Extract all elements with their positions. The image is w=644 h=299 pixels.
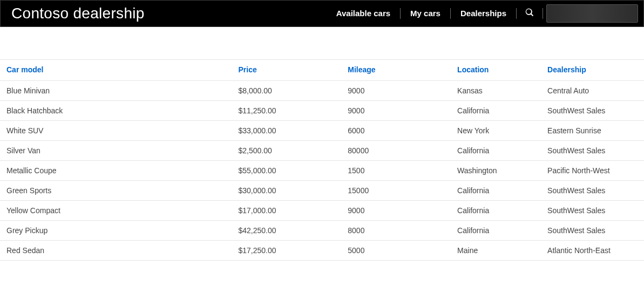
cell-mileage: 80000 (341, 141, 451, 161)
col-header-price[interactable]: Price (232, 60, 341, 81)
cell-price: $2,500.00 (232, 141, 341, 161)
cell-dealership: Atlantic North-East (541, 241, 644, 261)
cell-location: New York (451, 121, 541, 141)
cell-price: $17,000.00 (232, 201, 341, 221)
cell-price: $11,250.00 (232, 101, 341, 121)
table-row[interactable]: Yellow Compact$17,000.009000CaliforniaSo… (0, 201, 644, 221)
table-row[interactable]: Red Sedan$17,250.005000MaineAtlantic Nor… (0, 241, 644, 261)
cell-model: Blue Minivan (0, 81, 232, 101)
cell-location: Maine (451, 241, 541, 261)
cell-dealership: SouthWest Sales (541, 221, 644, 241)
cars-table: Car model Price Mileage Location Dealers… (0, 59, 644, 261)
cell-model: Yellow Compact (0, 201, 232, 221)
table-row[interactable]: Green Sports$30,000.0015000CaliforniaSou… (0, 181, 644, 201)
nav-dealerships[interactable]: Dealerships (451, 8, 516, 19)
col-header-location[interactable]: Location (451, 60, 541, 81)
cell-model: Black Hatchback (0, 101, 232, 121)
cell-price: $55,000.00 (232, 161, 341, 181)
cell-model: Silver Van (0, 141, 232, 161)
cell-model: White SUV (0, 121, 232, 141)
cell-price: $8,000.00 (232, 81, 341, 101)
cell-location: Washington (451, 161, 541, 181)
cell-mileage: 9000 (341, 201, 451, 221)
cell-mileage: 15000 (341, 181, 451, 201)
table-row[interactable]: Black Hatchback$11,250.009000CaliforniaS… (0, 101, 644, 121)
cell-mileage: 8000 (341, 221, 451, 241)
cell-price: $30,000.00 (232, 181, 341, 201)
cell-mileage: 1500 (341, 161, 451, 181)
nav-separator (543, 8, 543, 19)
cell-dealership: Central Auto (541, 81, 644, 101)
nav-my-cars[interactable]: My cars (401, 8, 450, 19)
nav-links: Available cars My cars Dealerships (327, 1, 638, 26)
cell-location: California (451, 141, 541, 161)
table-row[interactable]: Blue Minivan$8,000.009000KansasCentral A… (0, 81, 644, 101)
cell-model: Red Sedan (0, 241, 232, 261)
table-row[interactable]: Metallic Coupe$55,000.001500WashingtonPa… (0, 161, 644, 181)
cell-price: $33,000.00 (232, 121, 341, 141)
cell-model: Metallic Coupe (0, 161, 232, 181)
col-header-model[interactable]: Car model (0, 60, 232, 81)
cell-dealership: SouthWest Sales (541, 141, 644, 161)
cell-dealership: SouthWest Sales (541, 181, 644, 201)
cell-location: Kansas (451, 81, 541, 101)
cell-location: California (451, 201, 541, 221)
user-menu[interactable] (546, 4, 638, 23)
cell-location: California (451, 101, 541, 121)
cell-dealership: SouthWest Sales (541, 101, 644, 121)
search-icon (525, 8, 534, 19)
table-row[interactable]: White SUV$33,000.006000New YorkEastern S… (0, 121, 644, 141)
cell-dealership: SouthWest Sales (541, 201, 644, 221)
table-row[interactable]: Silver Van$2,500.0080000CaliforniaSouthW… (0, 141, 644, 161)
cell-dealership: Eastern Sunrise (541, 121, 644, 141)
col-header-mileage[interactable]: Mileage (341, 60, 451, 81)
cell-mileage: 6000 (341, 121, 451, 141)
nav-available-cars[interactable]: Available cars (327, 8, 400, 19)
col-header-dealership[interactable]: Dealership (541, 60, 644, 81)
cell-location: California (451, 181, 541, 201)
cell-mileage: 5000 (341, 241, 451, 261)
search-button[interactable] (517, 8, 543, 19)
cell-mileage: 9000 (341, 101, 451, 121)
cell-price: $17,250.00 (232, 241, 341, 261)
cell-dealership: Pacific North-West (541, 161, 644, 181)
table-row[interactable]: Grey Pickup$42,250.008000CaliforniaSouth… (0, 221, 644, 241)
table-header-row: Car model Price Mileage Location Dealers… (0, 60, 644, 81)
top-bar: Contoso dealership Available cars My car… (0, 0, 644, 27)
cell-model: Grey Pickup (0, 221, 232, 241)
page-content: Car model Price Mileage Location Dealers… (0, 27, 644, 261)
cell-model: Green Sports (0, 181, 232, 201)
cell-location: California (451, 221, 541, 241)
brand-title: Contoso dealership (11, 5, 145, 22)
cell-price: $42,250.00 (232, 221, 341, 241)
cell-mileage: 9000 (341, 81, 451, 101)
